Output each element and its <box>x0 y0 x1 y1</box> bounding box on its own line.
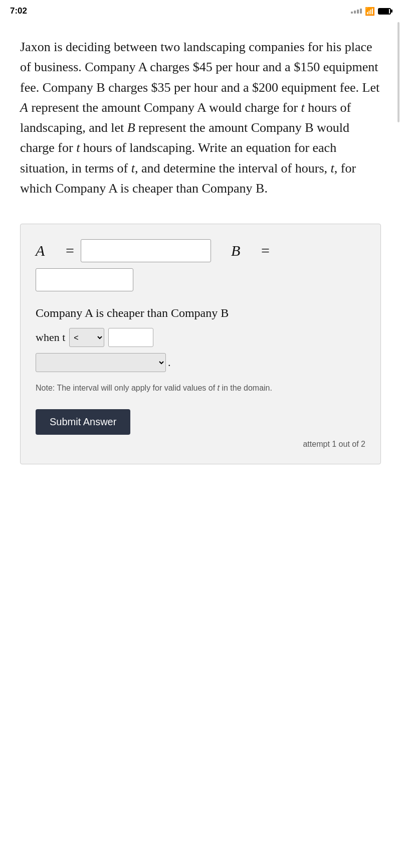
equation-row-2 <box>36 268 365 291</box>
status-icons: 📶 <box>351 7 391 16</box>
scroll-indicator <box>397 22 399 122</box>
attempt-text: attempt 1 out of 2 <box>36 440 365 449</box>
main-content: Jaxon is deciding between two landscapin… <box>0 22 401 868</box>
battery-icon <box>378 8 391 15</box>
operator-dropdown[interactable]: < > ≤ ≥ = <box>69 328 104 347</box>
equation-row-1: A = B = <box>36 239 365 262</box>
a-equals: = <box>66 242 76 259</box>
status-time: 7:02 <box>10 6 27 16</box>
when-row: when t < > ≤ ≥ = <box>36 328 365 347</box>
when-text: when t <box>36 331 65 344</box>
note-text: Note: The interval will only apply for v… <box>36 382 365 394</box>
a-input-bottom[interactable] <box>36 268 133 291</box>
status-bar: 7:02 📶 <box>0 0 401 22</box>
problem-text: Jaxon is deciding between two landscapin… <box>20 37 381 199</box>
a-label: A <box>36 242 61 259</box>
answer-box: A = B = Company A is cheaper than Compan… <box>20 224 381 464</box>
submit-button[interactable]: Submit Answer <box>36 409 130 435</box>
cheaper-text: Company A is cheaper than Company B <box>36 306 365 320</box>
wifi-icon: 📶 <box>365 7 375 16</box>
value-input[interactable] <box>108 328 153 347</box>
period: . <box>168 356 171 369</box>
b-label: B <box>231 242 256 259</box>
interval-row: t > 0 t ≥ 0 all real numbers . <box>36 353 365 372</box>
signal-icon <box>351 9 362 14</box>
a-input-top[interactable] <box>81 239 211 262</box>
b-equals: = <box>261 242 271 259</box>
interval-dropdown[interactable]: t > 0 t ≥ 0 all real numbers <box>36 353 166 372</box>
cheaper-section: Company A is cheaper than Company B when… <box>36 306 365 372</box>
b-label-group: B = <box>231 242 271 259</box>
